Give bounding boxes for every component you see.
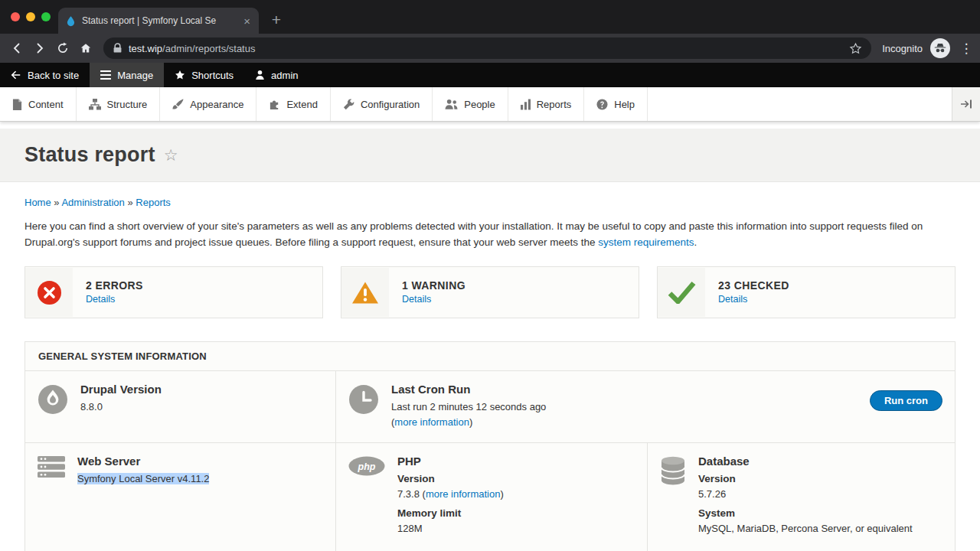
php-title: PHP [397,455,504,468]
breadcrumb-separator: » [54,197,59,208]
reload-button[interactable] [51,37,74,60]
php-version-value: 7.3.8 [397,488,420,500]
php-more-information-link[interactable]: more information [426,488,501,500]
menu-item-structure[interactable]: Structure [77,87,161,121]
breadcrumb-home-link[interactable]: Home [24,197,51,208]
menu-item-configuration[interactable]: Configuration [331,87,433,121]
last-cron-run-value: Last run 2 minutes 12 seconds ago [391,399,546,415]
breadcrumb-administration-link[interactable]: Administration [61,197,124,208]
url-text: test.wip/admin/reports/status [129,43,838,54]
page-header: Status report ☆ [0,129,980,182]
menu-item-label: Structure [107,99,148,110]
menu-item-people[interactable]: People [433,87,508,121]
php-memory-limit-label: Memory limit [397,506,504,521]
shortcuts-button[interactable]: Shortcuts [164,63,244,87]
database-version-label: Version [698,471,913,487]
web-server-cell: Web Server Symfony Local Server v4.11.2 [25,443,336,551]
browser-menu-icon[interactable]: ⋮ [958,42,975,55]
url-domain: test.wip [129,43,162,54]
system-info-row: Drupal Version 8.8.0 Last Cron Run Last … [25,371,955,443]
toolbar-orientation-toggle[interactable] [952,87,980,121]
database-title: Database [698,455,913,468]
system-info-row: Web Server Symfony Local Server v4.11.2 … [25,443,955,551]
tab-strip: Status report | Symfony Local Se × + [0,0,980,34]
drupal-version-cell: Drupal Version 8.8.0 [25,371,336,443]
menu-item-appearance[interactable]: Appearance [160,87,256,121]
forward-button[interactable] [28,37,51,60]
back-button[interactable] [5,37,28,60]
errors-count: 2 ERRORS [86,279,143,292]
intro-period: . [694,236,697,248]
drupal-drop-icon [38,384,68,431]
errors-details-link[interactable]: Details [86,294,115,305]
status-summary: 2 ERRORS Details 1 WARNING Details 23 CH… [24,266,956,318]
tab-title: Status report | Symfony Local Se [82,15,237,26]
home-button[interactable] [74,37,97,60]
drupal-favicon-icon [65,15,77,27]
server-icon [38,456,65,540]
manage-label: Manage [117,70,153,81]
minimize-window-button[interactable] [26,12,35,21]
manage-button[interactable]: Manage [90,63,164,87]
cron-more-information: (more information) [391,415,546,430]
drupal-version-title: Drupal Version [80,383,162,396]
breadcrumb-reports-link[interactable]: Reports [136,197,171,208]
bookmark-star-icon[interactable] [844,37,867,60]
php-cell: php PHP Version 7.3.8 (more information)… [336,443,648,551]
shortcuts-star-icon [175,70,185,80]
database-system-label: System [698,506,913,521]
system-requirements-link[interactable]: system requirements [598,236,694,248]
menu-item-label: Help [614,99,635,110]
warnings-card: 1 WARNING Details [341,266,639,318]
back-to-site-icon [11,70,21,80]
admin-menu-bar: Content Structure Appearance Extend Conf… [0,87,980,122]
clock-icon [348,384,379,431]
php-memory-limit-value: 128M [397,521,504,536]
panel-header: GENERAL SYSTEM INFORMATION [25,342,955,371]
appearance-icon [172,99,184,110]
page-content: Home » Administration » Reports Here you… [0,182,980,551]
database-icon [660,456,686,540]
database-cell: Database Version 5.7.26 System MySQL, Ma… [648,443,955,551]
check-icon [658,268,705,317]
error-icon [25,268,73,317]
hamburger-icon [100,70,111,80]
php-version-line: 7.3.8 (more information) [397,487,504,502]
warnings-details-link[interactable]: Details [402,294,431,305]
menu-item-label: Configuration [361,99,420,110]
tab-close-icon[interactable]: × [242,15,252,27]
cron-more-information-link[interactable]: more information [394,416,469,428]
user-button[interactable]: admin [244,63,309,87]
people-icon [445,99,458,110]
menu-item-content[interactable]: Content [0,87,77,121]
menu-item-label: Content [28,99,64,110]
php-icon: php [348,456,385,540]
last-cron-run-title: Last Cron Run [391,383,546,396]
incognito-icon [930,38,950,58]
favorite-star-icon[interactable]: ☆ [164,147,178,163]
new-tab-button[interactable]: + [266,9,286,31]
menu-item-extend[interactable]: Extend [256,87,330,121]
shortcuts-label: Shortcuts [191,70,234,81]
back-to-site-label: Back to site [28,70,79,81]
web-server-title: Web Server [77,455,209,468]
checked-details-link[interactable]: Details [718,294,747,305]
menu-item-reports[interactable]: Reports [508,87,585,121]
close-window-button[interactable] [11,12,20,21]
browser-tab[interactable]: Status report | Symfony Local Se × [58,8,259,34]
general-system-information-panel: GENERAL SYSTEM INFORMATION Drupal Versio… [24,341,956,551]
zoom-window-button[interactable] [41,12,51,21]
address-bar[interactable]: test.wip/admin/reports/status [103,37,871,59]
paren: ) [500,488,503,500]
web-server-value: Symfony Local Server v4.11.2 [77,473,209,484]
breadcrumb: Home » Administration » Reports [24,197,956,208]
menu-item-help[interactable]: Help [584,87,648,121]
incognito-label: Incognito [882,43,923,54]
menu-item-label: Reports [537,99,572,110]
php-version-label: Version [397,471,504,487]
collapse-arrow-icon [960,99,972,109]
svg-text:php: php [358,461,376,472]
extend-icon [269,99,280,110]
back-to-site-button[interactable]: Back to site [0,63,90,87]
run-cron-button[interactable]: Run cron [870,390,942,411]
